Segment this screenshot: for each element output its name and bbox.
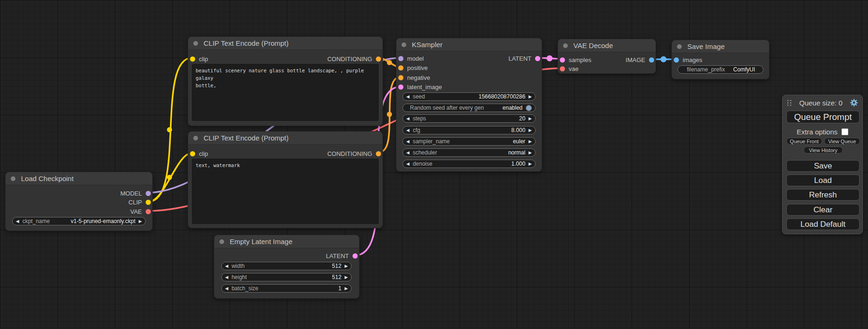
widget-label: scheduler (413, 149, 437, 156)
collapse-dot-icon[interactable] (193, 41, 198, 46)
input-slot-clip: clip (190, 149, 208, 158)
sampler-name-widget[interactable]: ◀ sampler_name euler ▶ (402, 137, 536, 146)
increment-arrow-icon[interactable]: ▶ (529, 151, 532, 155)
clear-button[interactable]: Clear (786, 204, 860, 216)
vae-port-icon[interactable] (146, 209, 151, 214)
drag-handle-icon[interactable] (787, 99, 792, 106)
conditioning-port-icon[interactable] (398, 65, 403, 70)
scheduler-widget[interactable]: ◀ scheduler normal ▶ (402, 148, 536, 157)
increment-arrow-icon[interactable]: ▶ (345, 287, 348, 291)
conditioning-port-icon[interactable] (376, 151, 381, 156)
collapse-dot-icon[interactable] (219, 239, 224, 244)
node-title: Load Checkpoint (21, 175, 74, 182)
negative-prompt-textarea[interactable]: text, watermark (192, 159, 379, 224)
decrement-arrow-icon[interactable]: ◀ (406, 140, 409, 144)
widget-value: 512 (332, 274, 341, 280)
clip-port-icon[interactable] (190, 56, 195, 62)
input-label: samples (569, 56, 591, 63)
input-label: clip (199, 56, 208, 63)
image-port-icon[interactable] (649, 57, 654, 63)
cfg-widget[interactable]: ◀ cfg 8.000 ▶ (402, 126, 536, 134)
model-port-icon[interactable] (146, 191, 151, 196)
save-button[interactable]: Save (786, 160, 860, 172)
load-button[interactable]: Load (786, 175, 860, 186)
decrement-arrow-icon[interactable]: ◀ (225, 287, 228, 291)
increment-arrow-icon[interactable]: ▶ (529, 128, 532, 133)
node-clip-text-encode-negative[interactable]: CLIP Text Encode (Prompt) clip CONDITION… (188, 131, 383, 228)
seed-widget[interactable]: ◀ seed 156680208700286 ▶ (402, 92, 536, 101)
width-widget[interactable]: ◀ width 512 ▶ (221, 262, 352, 270)
latent-port-icon[interactable] (560, 57, 565, 63)
view-queue-button[interactable]: View Queue (824, 138, 860, 145)
random-seed-widget[interactable]: Random seed after every gen enabled (402, 104, 536, 112)
conditioning-port-icon[interactable] (376, 56, 381, 62)
node-vae-decode[interactable]: VAE Decode samples vae IMAGE (557, 39, 656, 74)
link-dot (661, 56, 667, 63)
input-slot-latent-image: latent_image (398, 83, 442, 91)
collapse-dot-icon[interactable] (402, 42, 406, 47)
node-title-bar[interactable]: KSampler (396, 38, 542, 51)
link-dot (167, 175, 172, 180)
node-title-bar[interactable]: Load Checkpoint (6, 172, 152, 185)
clip-port-icon[interactable] (146, 200, 151, 205)
decrement-arrow-icon[interactable]: ◀ (16, 219, 19, 224)
refresh-button[interactable]: Refresh (786, 189, 860, 201)
node-save-image[interactable]: Save Image images filename_prefix ComfyU… (671, 40, 769, 79)
filename-prefix-widget[interactable]: filename_prefix ComfyUI (677, 65, 763, 74)
decrement-arrow-icon[interactable]: ◀ (406, 151, 409, 155)
collapse-dot-icon[interactable] (563, 43, 568, 48)
node-title-bar[interactable]: Save Image (672, 40, 769, 53)
increment-arrow-icon[interactable]: ▶ (529, 162, 532, 166)
model-port-icon[interactable] (398, 56, 403, 61)
increment-arrow-icon[interactable]: ▶ (529, 95, 532, 99)
decrement-arrow-icon[interactable]: ◀ (406, 128, 409, 133)
node-load-checkpoint[interactable]: Load Checkpoint MODEL CLIP VAE ◀ ckpt_na… (5, 172, 153, 231)
node-ksampler[interactable]: KSampler model positive negative latent_… (396, 38, 542, 172)
input-slot-clip: clip (190, 55, 208, 63)
increment-arrow-icon[interactable]: ▶ (345, 275, 348, 280)
batch-size-widget[interactable]: ◀ batch_size 1 ▶ (221, 284, 352, 293)
node-title-bar[interactable]: CLIP Text Encode (Prompt) (188, 132, 382, 145)
image-port-icon[interactable] (674, 57, 679, 63)
increment-arrow-icon[interactable]: ▶ (345, 264, 348, 268)
decrement-arrow-icon[interactable]: ◀ (406, 162, 409, 166)
view-history-button[interactable]: View History (804, 147, 843, 154)
increment-arrow-icon[interactable]: ▶ (529, 140, 532, 144)
node-title-bar[interactable]: CLIP Text Encode (Prompt) (188, 37, 382, 50)
decrement-arrow-icon[interactable]: ◀ (406, 95, 409, 99)
ckpt-name-widget[interactable]: ◀ ckpt_name v1-5-pruned-emaonly.ckpt ▶ (12, 217, 146, 225)
collapse-dot-icon[interactable] (677, 44, 682, 49)
node-clip-text-encode-positive[interactable]: CLIP Text Encode (Prompt) clip CONDITION… (188, 36, 383, 126)
decrement-arrow-icon[interactable]: ◀ (225, 275, 228, 280)
collapse-dot-icon[interactable] (11, 176, 15, 181)
queue-front-button[interactable]: Queue Front (786, 138, 822, 145)
decrement-arrow-icon[interactable]: ◀ (406, 117, 409, 121)
denoise-widget[interactable]: ◀ denoise 1.000 ▶ (402, 160, 536, 168)
node-title-bar[interactable]: Empty Latent Image (214, 235, 359, 248)
height-widget[interactable]: ◀ height 512 ▶ (221, 273, 352, 281)
queue-prompt-button[interactable]: Queue Prompt (786, 111, 860, 123)
vae-port-icon[interactable] (560, 66, 565, 71)
node-empty-latent-image[interactable]: Empty Latent Image LATENT ◀ width 512 ▶ … (214, 235, 360, 299)
decrement-arrow-icon[interactable]: ◀ (225, 264, 228, 268)
clip-port-icon[interactable] (190, 151, 195, 156)
increment-arrow-icon[interactable]: ▶ (529, 117, 532, 121)
extra-options-checkbox[interactable] (841, 128, 848, 135)
node-title-bar[interactable]: VAE Decode (558, 39, 656, 52)
steps-widget[interactable]: ◀ steps 20 ▶ (402, 114, 536, 123)
widget-label: steps (413, 115, 426, 122)
load-default-button[interactable]: Load Default (786, 218, 860, 230)
conditioning-port-icon[interactable] (398, 75, 403, 80)
latent-port-icon[interactable] (535, 56, 540, 61)
widget-label: cfg (413, 127, 420, 133)
settings-gear-icon[interactable] (850, 98, 858, 107)
node-title: CLIP Text Encode (Prompt) (204, 134, 289, 142)
latent-port-icon[interactable] (398, 84, 403, 90)
positive-prompt-textarea[interactable]: beautiful scenery nature glass bottle la… (192, 64, 379, 121)
input-label: clip (199, 150, 208, 157)
input-label: vae (569, 65, 579, 72)
increment-arrow-icon[interactable]: ▶ (139, 219, 142, 224)
toggle-knob-icon[interactable] (526, 105, 532, 111)
collapse-dot-icon[interactable] (193, 136, 198, 140)
latent-port-icon[interactable] (353, 253, 358, 259)
